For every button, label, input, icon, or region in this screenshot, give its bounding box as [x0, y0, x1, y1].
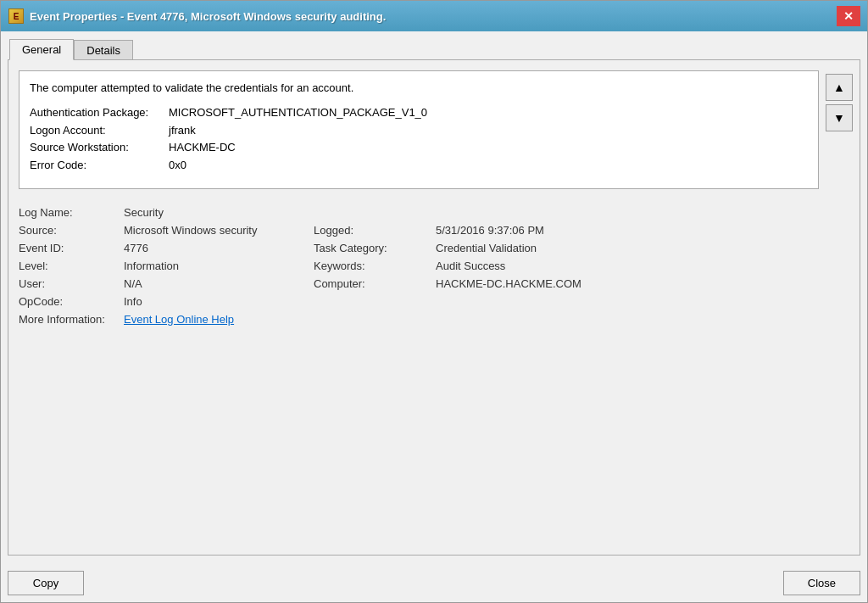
- task-category-label: Task Category:: [314, 242, 432, 254]
- bottom-bar: Copy Close: [1, 562, 867, 602]
- user-value: N/A: [124, 277, 310, 290]
- level-value: Information: [124, 260, 310, 272]
- tab-content: The computer attempted to validate the c…: [8, 59, 860, 556]
- opcode-label: OpCode:: [19, 295, 120, 308]
- more-info-label: More Information:: [19, 313, 120, 326]
- event-id-value: 4776: [124, 242, 310, 254]
- field-source-workstation-value: HACKME-DC: [169, 139, 236, 157]
- user-label: User:: [19, 277, 120, 290]
- keywords-label: Keywords:: [314, 260, 432, 272]
- tab-details[interactable]: Details: [74, 40, 133, 61]
- field-auth-package-label: Authentication Package:: [30, 104, 165, 122]
- tab-general[interactable]: General: [9, 39, 74, 60]
- title-bar-left: E Event Properties - Event 4776, Microso…: [8, 8, 386, 25]
- field-error-code-label: Error Code:: [30, 157, 165, 175]
- source-label: Source:: [19, 224, 120, 237]
- task-category-value: Credential Validation: [436, 242, 819, 254]
- field-source-workstation-label: Source Workstation:: [30, 139, 165, 157]
- event-id-label: Event ID:: [19, 242, 120, 254]
- description-box: The computer attempted to validate the c…: [19, 70, 819, 189]
- scroll-up-button[interactable]: ▲: [826, 74, 853, 101]
- app-icon: E: [8, 8, 24, 24]
- window-body: General Details The computer attempted t…: [1, 31, 867, 562]
- field-error-code-value: 0x0: [169, 157, 186, 175]
- logged-value: 5/31/2016 9:37:06 PM: [436, 224, 819, 237]
- field-logon-account-value: jfrank: [169, 122, 196, 140]
- log-name-value: Security: [124, 206, 310, 219]
- tab-bar: General Details: [8, 38, 860, 59]
- computer-label: Computer:: [314, 277, 432, 290]
- keywords-value: Audit Success: [436, 260, 819, 272]
- field-logon-account-label: Logon Account:: [30, 122, 165, 140]
- event-properties-window: E Event Properties - Event 4776, Microso…: [0, 0, 868, 603]
- computer-value: HACKME-DC.HACKME.COM: [436, 277, 819, 290]
- source-value: Microsoft Windows security: [124, 224, 310, 237]
- close-button[interactable]: Close: [783, 571, 860, 595]
- field-source-workstation: Source Workstation: HACKME-DC: [30, 139, 808, 157]
- field-error-code: Error Code: 0x0: [30, 157, 808, 175]
- window-close-button[interactable]: ✕: [837, 6, 860, 26]
- scroll-buttons: ▲ ▼: [826, 70, 853, 544]
- opcode-value: Info: [124, 295, 310, 308]
- event-log-online-help-link[interactable]: Event Log Online Help: [124, 313, 310, 326]
- scroll-down-button[interactable]: ▼: [826, 104, 853, 131]
- window-icon: E: [8, 8, 25, 25]
- field-logon-account: Logon Account: jfrank: [30, 122, 808, 140]
- copy-button[interactable]: Copy: [8, 571, 84, 595]
- title-bar: E Event Properties - Event 4776, Microso…: [1, 1, 867, 31]
- logged-label: Logged:: [314, 224, 432, 237]
- info-grid: Log Name: Security Source: Microsoft Win…: [19, 201, 819, 331]
- field-auth-package-value: MICROSOFT_AUTHENTICATION_PACKAGE_V1_0: [169, 104, 427, 122]
- main-content: The computer attempted to validate the c…: [19, 70, 819, 544]
- log-name-label: Log Name:: [19, 206, 120, 219]
- description-summary: The computer attempted to validate the c…: [30, 80, 808, 98]
- title-bar-text: Event Properties - Event 4776, Microsoft…: [30, 10, 386, 23]
- level-label: Level:: [19, 260, 120, 272]
- field-auth-package: Authentication Package: MICROSOFT_AUTHEN…: [30, 104, 808, 122]
